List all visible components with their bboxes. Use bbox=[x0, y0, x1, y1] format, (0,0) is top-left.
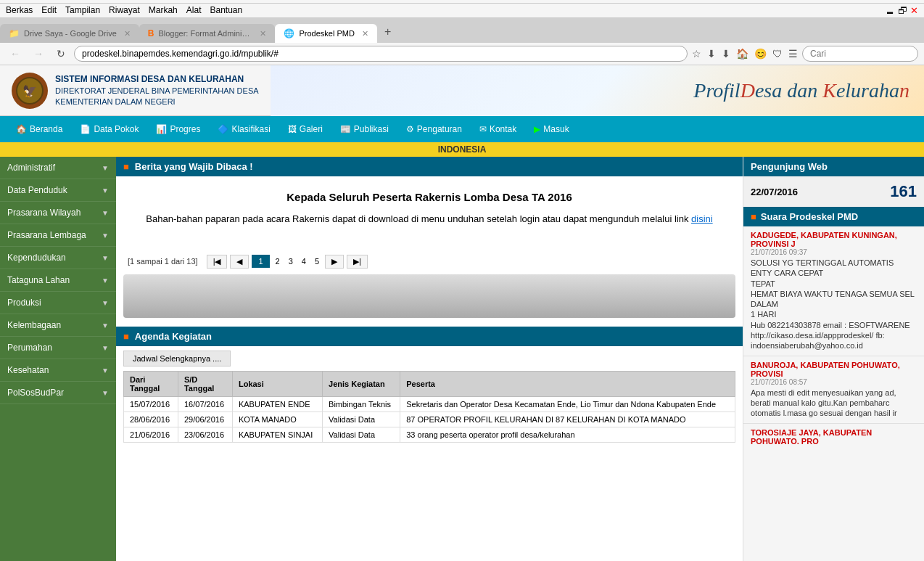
prodeskel-icon: 🌐 bbox=[284, 28, 294, 38]
sidebar-item-administratif-label: Administratif bbox=[7, 163, 55, 173]
agenda-table: DariTanggal S/DTanggal Lokasi Jenis Kegi… bbox=[123, 371, 735, 443]
nav-pengaturan[interactable]: ⚙ Pengaturan bbox=[397, 116, 471, 142]
sidebar-item-administratif[interactable]: Administratif ▼ bbox=[0, 157, 116, 179]
tab-gdrive[interactable]: 📁 Drive Saya - Google Drive ✕ bbox=[0, 24, 139, 43]
col-peserta: Peserta bbox=[400, 371, 735, 396]
window-minimize[interactable]: 🗕 bbox=[886, 5, 895, 16]
bookmark-star-icon[interactable]: ☆ bbox=[692, 48, 701, 60]
site-logo: 🦅 SISTEM INFORMASI DESA DAN KELURAHAN DI… bbox=[0, 67, 271, 115]
logo-emblem: 🦅 bbox=[12, 73, 48, 109]
list-item: BANUROJA, KABUPATEN POHUWATO, PROVISI 21… bbox=[743, 356, 924, 424]
menu-berkas[interactable]: Berkas bbox=[6, 5, 33, 16]
save-page-icon[interactable]: ⬇ bbox=[707, 48, 716, 60]
download-icon[interactable]: ⬇ bbox=[722, 48, 730, 60]
gdrive-icon: 📁 bbox=[9, 28, 20, 38]
berita-main-title: Kepada Seluruh Peserta Rakernis Lomba De… bbox=[138, 191, 721, 203]
window-close[interactable]: ✕ bbox=[910, 5, 918, 16]
page-2-button[interactable]: 2 bbox=[273, 255, 283, 267]
suara-location[interactable]: BANUROJA, KABUPATEN POHUWATO, PROVISI bbox=[751, 361, 917, 378]
menu-icon[interactable]: ☰ bbox=[788, 48, 798, 60]
search-input[interactable] bbox=[802, 46, 918, 62]
window-maximize[interactable]: 🗗 bbox=[898, 5, 907, 16]
berita-link[interactable]: disini bbox=[691, 213, 713, 224]
sidebar: Administratif ▼ Data Penduduk ▼ Prasaran… bbox=[0, 157, 116, 561]
agenda-icon: ■ bbox=[123, 331, 129, 342]
nav-masuk[interactable]: ▶ Masuk bbox=[525, 116, 577, 142]
suara-list: KADUGEDE, KABUPATEN KUNINGAN, PROVINSI J… bbox=[743, 226, 924, 444]
suara-location[interactable]: KADUGEDE, KABUPATEN KUNINGAN, PROVINSI J bbox=[751, 231, 917, 248]
nav-progres[interactable]: 📊 Progres bbox=[147, 116, 209, 142]
jadwal-button[interactable]: Jadwal Selengkapnya .... bbox=[123, 351, 231, 367]
menu-riwayat[interactable]: Riwayat bbox=[109, 5, 140, 16]
sidebar-item-polsosbud[interactable]: PolSosBudPar ▼ bbox=[0, 382, 116, 404]
sidebar-item-kependudukan-label: Kependudukan bbox=[7, 253, 66, 263]
page-next-button[interactable]: ▶ bbox=[325, 255, 344, 269]
sidebar-item-kependudukan[interactable]: Kependudukan ▼ bbox=[0, 247, 116, 269]
masuk-icon: ▶ bbox=[534, 124, 540, 134]
nav-klasifikasi[interactable]: 🔷 Klasifikasi bbox=[209, 116, 279, 142]
menu-markah[interactable]: Markah bbox=[149, 5, 178, 16]
sidebar-item-prasarana-wilayah[interactable]: Prasarana Wilayah ▼ bbox=[0, 202, 116, 224]
tab-blogger-close[interactable]: ✕ bbox=[260, 29, 266, 38]
nav-galeri[interactable]: 🖼 Galeri bbox=[279, 116, 331, 142]
suara-title: Suara Prodeskel PMD bbox=[761, 211, 858, 222]
chevron-down-icon-11: ▼ bbox=[102, 389, 109, 397]
new-tab-button[interactable]: + bbox=[377, 21, 398, 43]
suara-location[interactable]: TOROSIAJE JAYA, KABUPATEN POHUWATO, PRO bbox=[751, 428, 917, 444]
suara-icon: ■ bbox=[751, 211, 756, 222]
tab-prodeskel-label: Prodeskel PMD bbox=[299, 29, 354, 38]
sidebar-item-tataguna-lahan[interactable]: Tataguna Lahan ▼ bbox=[0, 269, 116, 292]
berita-body-text: Bahan-bahan paparan pada acara Rakernis … bbox=[146, 213, 688, 224]
page-first-button[interactable]: |◀ bbox=[207, 255, 228, 269]
forward-button[interactable]: → bbox=[29, 46, 48, 61]
page-5-button[interactable]: 5 bbox=[312, 255, 322, 267]
chevron-down-icon-8: ▼ bbox=[102, 322, 109, 329]
nav-data-pokok[interactable]: 📄 Data Pokok bbox=[71, 116, 147, 142]
agenda-header: ■ Agenda Kegiatan bbox=[116, 327, 743, 346]
cell-dari: 28/06/2016 bbox=[124, 411, 178, 427]
page-1-button[interactable]: 1 bbox=[252, 255, 269, 268]
blogger-icon: B bbox=[148, 28, 154, 38]
browser-menu: Berkas Edit Tampilan Riwayat Markah Alat… bbox=[0, 4, 924, 18]
page-last-button[interactable]: ▶| bbox=[347, 255, 368, 269]
home-icon[interactable]: 🏠 bbox=[736, 48, 748, 60]
nav-beranda[interactable]: 🏠 Beranda bbox=[7, 116, 71, 142]
sidebar-item-kesehatan[interactable]: Kesehatan ▼ bbox=[0, 359, 116, 382]
menu-tampilan[interactable]: Tampilan bbox=[65, 5, 100, 16]
berita-image-placeholder bbox=[123, 274, 735, 318]
svg-text:🦅: 🦅 bbox=[22, 84, 37, 98]
sidebar-item-prasarana-lembaga[interactable]: Prasarana Lembaga ▼ bbox=[0, 224, 116, 247]
page-3-button[interactable]: 3 bbox=[286, 255, 296, 267]
sidebar-item-produksi[interactable]: Produksi ▼ bbox=[0, 292, 116, 314]
sidebar-item-produksi-label: Produksi bbox=[7, 298, 41, 308]
table-row: 15/07/2016 16/07/2016 KABUPATEN ENDE Bim… bbox=[124, 396, 735, 411]
sync-icon[interactable]: 😊 bbox=[754, 48, 767, 60]
table-row: 28/06/2016 29/06/2016 KOTA MANADO Valida… bbox=[124, 411, 735, 427]
reload-button[interactable]: ↻ bbox=[52, 46, 70, 61]
tab-prodeskel-close[interactable]: ✕ bbox=[362, 29, 368, 38]
sidebar-item-data-penduduk[interactable]: Data Penduduk ▼ bbox=[0, 179, 116, 202]
right-panel: Pengunjung Web 22/07/2016 161 ■ Suara Pr… bbox=[743, 157, 924, 561]
nav-publikasi[interactable]: 📰 Publikasi bbox=[331, 116, 397, 142]
tab-prodeskel[interactable]: 🌐 Prodeskel PMD ✕ bbox=[275, 24, 376, 43]
menu-alat[interactable]: Alat bbox=[186, 5, 202, 16]
menu-edit[interactable]: Edit bbox=[41, 5, 57, 16]
sidebar-item-perumahan[interactable]: Perumahan ▼ bbox=[0, 337, 116, 359]
back-button[interactable]: ← bbox=[6, 46, 25, 61]
chevron-down-icon-5: ▼ bbox=[102, 254, 109, 262]
sidebar-item-kelembagaan[interactable]: Kelembagaan ▼ bbox=[0, 314, 116, 337]
page-prev-button[interactable]: ◀ bbox=[230, 255, 249, 269]
tab-blogger[interactable]: B Blogger: Format Administrasi ... ✕ bbox=[139, 24, 276, 43]
pengaturan-label: Pengaturan bbox=[417, 124, 462, 134]
shield-icon[interactable]: 🛡 bbox=[772, 48, 783, 60]
menu-bantuan[interactable]: Bantuan bbox=[210, 5, 242, 16]
suara-date: 21/07/2016 09:37 bbox=[751, 248, 917, 256]
nav-kontak[interactable]: ✉ Kontak bbox=[471, 116, 525, 142]
sidebar-item-perumahan-label: Perumahan bbox=[7, 343, 52, 353]
suara-date: 21/07/2016 08:57 bbox=[751, 378, 917, 386]
sidebar-item-data-penduduk-label: Data Penduduk bbox=[7, 185, 67, 195]
url-input[interactable] bbox=[74, 46, 688, 62]
page-4-button[interactable]: 4 bbox=[299, 255, 309, 267]
tab-gdrive-close[interactable]: ✕ bbox=[124, 29, 131, 38]
sidebar-item-kelembagaan-label: Kelembagaan bbox=[7, 320, 61, 330]
